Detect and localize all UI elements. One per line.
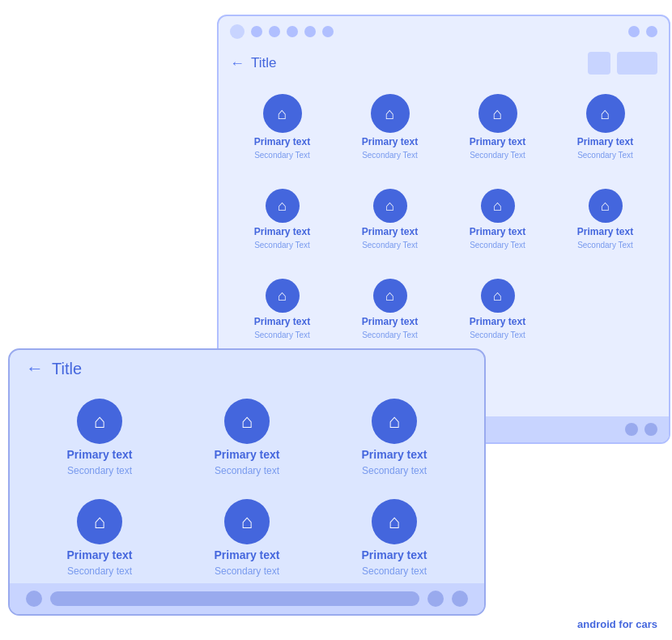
nav-bar-pill [50, 591, 419, 606]
status-dot [304, 26, 316, 37]
back-button[interactable]: ← [230, 55, 245, 72]
secondary-label: Secondary Text [470, 151, 525, 160]
bottom-dot [644, 423, 657, 436]
tablet-back-button[interactable]: ← [26, 358, 44, 379]
home-icon: ⌂ [373, 189, 407, 223]
tablet-grid-item[interactable]: ⌂ Primary text Secondary text [173, 491, 321, 585]
tablet-grid-item[interactable]: ⌂ Primary text Secondary text [321, 491, 468, 585]
action-button-2[interactable] [617, 52, 657, 75]
home-icon: ⌂ [589, 189, 623, 223]
home-icon: ⌂ [481, 189, 515, 223]
secondary-label: Secondary Text [254, 331, 310, 339]
secondary-label: Secondary Text [470, 241, 525, 250]
phone-grid-row-1: ⌂ Primary text Secondary Text ⌂ Primary … [219, 79, 669, 174]
status-dot [628, 26, 640, 37]
home-icon: ⌂ [372, 499, 417, 544]
primary-label: Primary text [470, 226, 525, 237]
grid-item[interactable]: ⌂ Primary text Secondary Text [445, 87, 550, 166]
android-label-text: android for cars [577, 618, 657, 630]
primary-label: Primary text [362, 448, 427, 461]
tablet-frame: ← Title ⌂ Primary text Secondary text ⌂ … [8, 348, 486, 616]
tablet-grid-item[interactable]: ⌂ Primary text Secondary text [321, 390, 468, 484]
status-dot [646, 26, 657, 37]
home-icon: ⌂ [586, 94, 625, 133]
home-icon: ⌂ [372, 399, 417, 444]
secondary-label: Secondary text [362, 465, 427, 476]
home-icon: ⌂ [263, 94, 302, 133]
secondary-label: Secondary text [67, 565, 132, 577]
status-dot [230, 24, 245, 39]
secondary-label: Secondary text [67, 465, 132, 476]
primary-label: Primary text [215, 548, 280, 561]
secondary-label: Secondary text [362, 565, 427, 577]
primary-label: Primary text [254, 316, 310, 327]
status-dot [251, 26, 262, 37]
bottom-dot [625, 423, 638, 436]
home-icon: ⌂ [224, 399, 270, 444]
home-icon: ⌂ [373, 279, 407, 313]
tablet-bottom-bar [10, 583, 484, 614]
tablet-grid-row-1: ⌂ Primary text Secondary text ⌂ Primary … [10, 387, 484, 488]
home-icon: ⌂ [266, 279, 300, 313]
secondary-label: Secondary Text [577, 151, 633, 160]
tablet-app-bar: ← Title [10, 350, 484, 387]
secondary-label: Secondary text [215, 565, 279, 577]
tablet-grid-row-2: ⌂ Primary text Secondary text ⌂ Primary … [10, 488, 484, 588]
grid-item[interactable]: ⌂ Primary text Secondary Text [230, 87, 334, 166]
grid-item[interactable]: ⌂ Primary text Secondary Text [230, 182, 334, 256]
home-icon: ⌂ [371, 94, 410, 133]
primary-label: Primary text [470, 136, 525, 147]
secondary-label: Secondary Text [470, 331, 525, 339]
home-icon: ⌂ [77, 399, 122, 444]
secondary-label: Secondary Text [362, 241, 418, 250]
nav-dot [427, 591, 444, 607]
secondary-label: Secondary text [215, 465, 279, 476]
primary-label: Primary text [577, 136, 633, 147]
tablet-grid-item[interactable]: ⌂ Primary text Secondary text [26, 491, 173, 585]
phone-grid-row-2: ⌂ Primary text Secondary Text ⌂ Primary … [219, 174, 669, 264]
grid-item[interactable]: ⌂ Primary text Secondary Text [553, 87, 657, 166]
tablet-title: Title [52, 360, 82, 378]
status-dot [269, 26, 280, 37]
phone-title: Title [251, 55, 581, 71]
secondary-label: Secondary Text [362, 151, 418, 160]
tablet-grid-item[interactable]: ⌂ Primary text Secondary text [173, 390, 321, 484]
grid-item[interactable]: ⌂ Primary text Secondary Text [338, 87, 442, 166]
action-button-1[interactable] [588, 52, 610, 75]
primary-label: Primary text [215, 448, 280, 461]
android-label: android for cars [577, 618, 657, 630]
primary-label: Primary text [362, 136, 418, 147]
phone-grid-row-3: ⌂ Primary text Secondary Text ⌂ Primary … [219, 264, 669, 354]
primary-label: Primary text [362, 316, 418, 327]
primary-label: Primary text [362, 548, 427, 561]
home-icon: ⌂ [77, 499, 122, 544]
phone-app-bar: ← Title [219, 47, 669, 79]
primary-label: Primary text [67, 448, 133, 461]
grid-item[interactable]: ⌂ Primary text Secondary Text [445, 182, 550, 256]
primary-label: Primary text [67, 548, 133, 561]
grid-item[interactable]: ⌂ Primary text Secondary Text [445, 272, 550, 346]
home-icon: ⌂ [224, 499, 270, 544]
grid-item[interactable]: ⌂ Primary text Secondary Text [230, 272, 334, 346]
secondary-label: Secondary Text [254, 241, 310, 250]
status-dot [287, 26, 298, 37]
grid-item[interactable]: ⌂ Primary text Secondary Text [338, 182, 442, 256]
grid-item[interactable]: ⌂ Primary text Secondary Text [553, 182, 657, 256]
status-dot [322, 26, 334, 37]
primary-label: Primary text [254, 136, 310, 147]
grid-item[interactable]: ⌂ Primary text Secondary Text [338, 272, 442, 346]
phone-status-bar [219, 16, 669, 47]
primary-label: Primary text [470, 316, 525, 327]
primary-label: Primary text [577, 226, 633, 237]
nav-dot [26, 591, 42, 607]
secondary-label: Secondary Text [362, 331, 418, 339]
tablet-grid-item[interactable]: ⌂ Primary text Secondary text [26, 390, 173, 484]
primary-label: Primary text [362, 226, 418, 237]
secondary-label: Secondary Text [254, 151, 310, 160]
secondary-label: Secondary Text [577, 241, 633, 250]
home-icon: ⌂ [481, 279, 515, 313]
home-icon: ⌂ [266, 189, 300, 223]
nav-dot [452, 591, 468, 607]
primary-label: Primary text [254, 226, 310, 237]
home-icon: ⌂ [478, 94, 517, 133]
